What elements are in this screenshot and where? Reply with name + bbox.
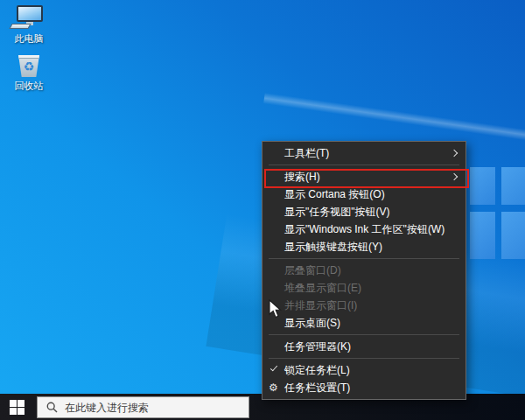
- menu-item-cascade-windows: 层叠窗口(D): [262, 262, 466, 279]
- menu-item-show-task-view-button[interactable]: 显示"任务视图"按钮(V): [262, 203, 466, 220]
- desktop-icon-label: 此电脑: [0, 32, 58, 46]
- menu-item-show-windows-side-by-side: 并排显示窗口(I): [262, 297, 466, 314]
- menu-separator: [269, 334, 459, 335]
- wallpaper-windows-logo-pane: [470, 167, 495, 205]
- menu-item-task-manager[interactable]: 任务管理器(K): [262, 338, 466, 355]
- start-button[interactable]: [8, 399, 27, 415]
- windows-logo-icon: [10, 400, 17, 407]
- windows-logo-icon: [18, 400, 24, 407]
- search-input[interactable]: [65, 402, 248, 414]
- desktop-icon-recycle-bin[interactable]: ♻ 回收站: [0, 54, 58, 93]
- windows-logo-icon: [10, 408, 17, 415]
- wallpaper-windows-logo-pane: [501, 212, 525, 259]
- wallpaper-windows-logo-pane: [501, 167, 525, 205]
- menu-item-lock-taskbar[interactable]: 锁定任务栏(L): [262, 361, 466, 379]
- menu-item-show-desktop[interactable]: 显示桌面(S): [262, 314, 466, 332]
- submenu-arrow-icon: [451, 173, 458, 180]
- submenu-arrow-icon: [451, 150, 458, 157]
- checkmark-icon: [270, 364, 277, 372]
- wallpaper-windows-logo-pane: [470, 212, 495, 259]
- gear-icon: ⚙: [269, 379, 278, 396]
- recycle-bin-icon: ♻: [18, 54, 40, 77]
- desktop-icon-label: 回收站: [0, 80, 58, 93]
- menu-item-show-windows-stacked: 堆叠显示窗口(E): [262, 279, 466, 297]
- taskbar-search-box[interactable]: [37, 396, 249, 418]
- windows-logo-icon: [18, 408, 24, 415]
- menu-item-taskbar-settings[interactable]: ⚙ 任务栏设置(T): [262, 379, 466, 396]
- menu-item-show-touch-keyboard-button[interactable]: 显示触摸键盘按钮(Y): [262, 238, 466, 256]
- menu-item-toolbars[interactable]: 工具栏(T): [262, 144, 466, 162]
- desktop-icon-this-pc[interactable]: 此电脑: [0, 5, 58, 46]
- taskbar-context-menu: 工具栏(T) 搜索(H) 显示 Cortana 按钮(O) 显示"任务视图"按钮…: [262, 141, 466, 400]
- menu-item-show-windows-ink-workspace-button[interactable]: 显示"Windows Ink 工作区"按钮(W): [262, 220, 466, 238]
- search-icon: [46, 402, 58, 413]
- menu-item-search[interactable]: 搜索(H): [262, 168, 466, 186]
- menu-separator: [269, 258, 459, 259]
- menu-separator: [269, 164, 459, 165]
- menu-item-show-cortana-button[interactable]: 显示 Cortana 按钮(O): [262, 186, 466, 203]
- this-pc-icon: [9, 5, 49, 30]
- menu-separator: [269, 358, 459, 359]
